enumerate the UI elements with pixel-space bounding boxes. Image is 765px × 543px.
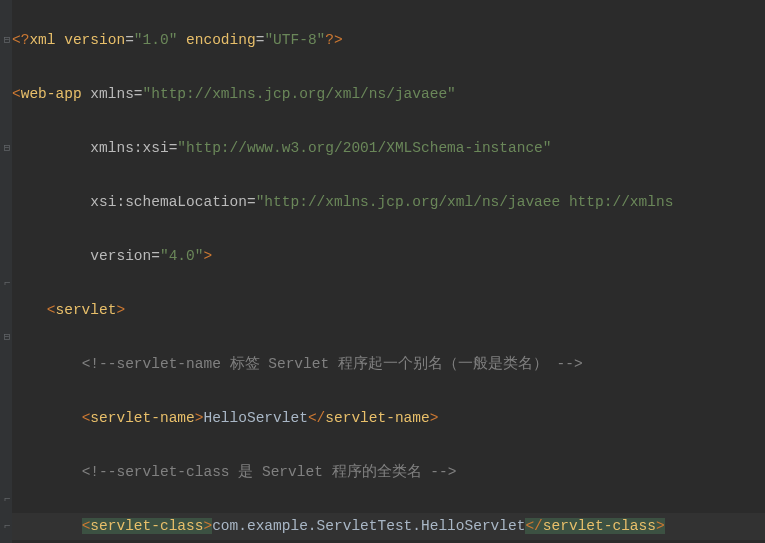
tag-servlet-class: servlet-class <box>90 518 203 534</box>
code-line-highlighted[interactable]: <servlet-class>com.example.ServletTest.H… <box>12 513 765 540</box>
gutter: ⊟ ⊟ ⊟ ⌐ ⌐ ⌐ <box>0 0 12 543</box>
attr-xmlns-xsi: xmlns:xsi <box>90 140 168 156</box>
attr-xmlns: xmlns <box>90 86 134 102</box>
tag-servlet-name: servlet-name <box>90 410 194 426</box>
fold-end-icon[interactable]: ⌐ <box>2 513 12 540</box>
xsi-value: "http://www.w3.org/2001/XMLSchema-instan… <box>177 140 551 156</box>
code-line[interactable]: xmlns:xsi="http://www.w3.org/2001/XMLSch… <box>12 135 765 162</box>
xmlns-value: "http://xmlns.jcp.org/xml/ns/javaee" <box>143 86 456 102</box>
fold-icon[interactable]: ⊟ <box>2 27 12 54</box>
encoding-attr: encoding <box>177 32 255 48</box>
comment: <!--servlet-name 标签 Servlet 程序起一个别名（一般是类… <box>82 356 583 372</box>
version-value: "1.0" <box>134 32 178 48</box>
xml-decl-name: xml version <box>29 32 125 48</box>
code-line[interactable]: <web-app xmlns="http://xmlns.jcp.org/xml… <box>12 81 765 108</box>
code-line[interactable]: <servlet-name>HelloServlet</servlet-name… <box>12 405 765 432</box>
xml-decl-close: ?> <box>325 32 342 48</box>
code-line[interactable]: <servlet> <box>12 297 765 324</box>
xml-decl-open: <? <box>12 32 29 48</box>
servlet-name-text: HelloServlet <box>203 410 307 426</box>
schema-location-value: "http://xmlns.jcp.org/xml/ns/javaee http… <box>256 194 674 210</box>
code-editor[interactable]: <?xml version="1.0" encoding="UTF-8"?> <… <box>12 0 765 543</box>
fold-icon[interactable]: ⊟ <box>2 135 12 162</box>
tag-servlet-class-close: servlet-class <box>543 518 656 534</box>
code-line[interactable]: <?xml version="1.0" encoding="UTF-8"?> <box>12 27 765 54</box>
tag-close: > <box>203 248 212 264</box>
attr-schema-location: xsi:schemaLocation <box>90 194 247 210</box>
tag-open: < <box>12 86 21 102</box>
comment: <!--servlet-class 是 Servlet 程序的全类名 --> <box>82 464 457 480</box>
code-line[interactable]: xsi:schemaLocation="http://xmlns.jcp.org… <box>12 189 765 216</box>
tag-servlet-name-close: servlet-name <box>325 410 429 426</box>
code-line[interactable]: version="4.0"> <box>12 243 765 270</box>
tag-servlet: servlet <box>56 302 117 318</box>
code-line[interactable]: <!--servlet-name 标签 Servlet 程序起一个别名（一般是类… <box>12 351 765 378</box>
eq: = <box>125 32 134 48</box>
code-line[interactable]: <!--servlet-class 是 Servlet 程序的全类名 --> <box>12 459 765 486</box>
encoding-value: "UTF-8" <box>264 32 325 48</box>
tag-web-app: web-app <box>21 86 91 102</box>
fold-icon[interactable]: ⊟ <box>2 324 12 351</box>
fold-end-icon[interactable]: ⌐ <box>2 270 12 297</box>
version-value: "4.0" <box>160 248 204 264</box>
fold-end-icon[interactable]: ⌐ <box>2 486 12 513</box>
servlet-class-text: com.example.ServletTest.HelloServlet <box>212 518 525 534</box>
attr-version: version <box>90 248 151 264</box>
